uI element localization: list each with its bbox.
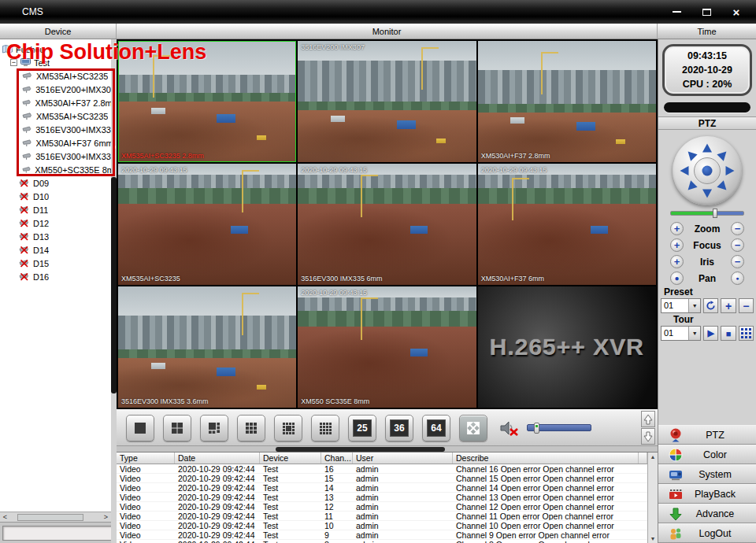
menu-logout-button[interactable]: LogOut [658, 523, 756, 543]
video-cell-8[interactable]: 2020-10-29 09:43:15 XM550 SC335E 8mm [298, 286, 476, 408]
log-row[interactable]: Video2020-10-29 09:42:44Test10adminChann… [117, 521, 647, 530]
dropdown-arrow-icon[interactable]: ▼ [688, 299, 700, 312]
layout-1-button[interactable] [126, 415, 154, 441]
dropdown-arrow-icon[interactable]: ▼ [688, 327, 700, 340]
col-header-user[interactable]: User [353, 452, 453, 464]
tour-select[interactable]: 01 ▼ [661, 326, 701, 341]
menu-playback-button[interactable]: PlayBack [658, 484, 756, 504]
log-row[interactable]: Video2020-10-29 09:42:44Test8adminChanne… [117, 540, 647, 543]
menu-system-button[interactable]: System [658, 464, 756, 484]
col-header-type[interactable]: Type [117, 452, 175, 464]
preset-select[interactable]: 01 ▼ [661, 298, 701, 313]
menu-color-button[interactable]: Color [658, 445, 756, 464]
pan-right-button[interactable]: ● [731, 272, 744, 285]
video-cell-5[interactable]: 2020-10-29 09:43:15 3516EV300 IMX335 6mm [298, 164, 476, 285]
col-header-device[interactable]: Device [260, 452, 321, 464]
menu-ptz-button[interactable]: PTZ [658, 425, 756, 445]
close-button[interactable]: × [728, 6, 745, 18]
ptz-up-left-icon[interactable] [684, 148, 697, 161]
layout-36-button[interactable]: 36 [385, 415, 413, 441]
zoom-minus-button[interactable]: − [731, 222, 744, 235]
volume-slider[interactable] [527, 424, 591, 431]
tour-play-button[interactable]: ▶ [703, 326, 718, 341]
layout-4-button[interactable] [163, 415, 191, 441]
log-row[interactable]: Video2020-10-29 09:42:44Test14adminChann… [117, 483, 647, 493]
scroll-right-icon[interactable]: > [101, 512, 111, 523]
device-tree-item[interactable]: XM530AI+F37 2.8mm [0, 96, 111, 109]
video-cell-9[interactable]: H.265++ XVR [478, 286, 656, 408]
device-tree-item-offline[interactable]: D11 [0, 203, 111, 216]
preset-add-button[interactable]: + [721, 298, 736, 313]
sidebar-horizontal-scrollbar[interactable]: < > [0, 512, 111, 522]
volume-slider-handle[interactable] [534, 423, 539, 434]
ptz-left-icon[interactable] [680, 166, 689, 175]
preset-goto-button[interactable] [703, 298, 718, 313]
tab-monitor[interactable]: Monitor [117, 24, 658, 39]
maximize-button[interactable] [698, 6, 715, 18]
scrollbar-thumb[interactable] [276, 447, 445, 452]
speaker-muted-icon[interactable] [499, 419, 520, 438]
device-tree-item[interactable]: XM550+SC335E 8mm [0, 163, 111, 176]
iris-minus-button[interactable]: − [731, 255, 744, 268]
device-tree-item-offline[interactable]: D12 [0, 216, 111, 230]
log-row[interactable]: Video2020-10-29 09:42:44Test11adminChann… [117, 512, 647, 521]
page-down-button[interactable] [641, 428, 655, 445]
scroll-left-icon[interactable]: < [0, 512, 10, 523]
ptz-center-button[interactable] [694, 157, 721, 184]
device-tree-item-offline[interactable]: D14 [0, 243, 111, 257]
layout-64-button[interactable]: 64 [422, 415, 450, 441]
col-header-date[interactable]: Date [175, 452, 260, 464]
ptz-down-left-icon[interactable] [684, 180, 697, 193]
tab-device[interactable]: Device [0, 24, 117, 39]
log-row[interactable]: Video2020-10-29 09:42:44Test15adminChann… [117, 474, 647, 483]
scrollbar-thumb[interactable] [17, 514, 83, 521]
log-vertical-scrollbar[interactable]: ▲ ▼ [647, 452, 658, 543]
device-tree-item[interactable]: XM535AI+SC3235 [0, 69, 111, 83]
layout-8-button[interactable] [200, 415, 228, 441]
ptz-up-right-icon[interactable] [717, 148, 729, 161]
focus-minus-button[interactable]: − [731, 238, 744, 252]
video-cell-6[interactable]: 2020-10-29 09:43:15 XM530AI+F37 6mm [478, 164, 656, 285]
scroll-up-icon[interactable]: ▲ [650, 454, 656, 460]
layout-13-button[interactable] [274, 415, 302, 441]
device-tree-item[interactable]: XM535AI+SC3235 [0, 109, 111, 123]
layout-25-button[interactable]: 25 [348, 415, 376, 441]
col-header-chan[interactable]: Chan... [321, 452, 353, 464]
log-horizontal-scrollbar[interactable] [117, 445, 658, 452]
device-tree-item[interactable]: 3516EV300+IMX335 [0, 123, 111, 136]
device-tree-item[interactable]: 3516EV300+IMX335 [0, 150, 111, 163]
tab-time[interactable]: Time [658, 24, 756, 39]
ptz-right-icon[interactable] [726, 166, 735, 175]
layout-9-button[interactable] [237, 415, 265, 441]
sidebar-collapse-handle[interactable] [111, 177, 117, 393]
tour-stop-button[interactable]: ■ [721, 326, 736, 341]
speed-slider-handle[interactable] [713, 209, 717, 218]
fullscreen-button[interactable] [459, 415, 487, 441]
device-tree-item-offline[interactable]: D13 [0, 230, 111, 243]
layout-16-button[interactable] [311, 415, 339, 441]
device-tree-item-offline[interactable]: D16 [0, 270, 111, 283]
pan-left-button[interactable]: ● [670, 272, 684, 285]
log-row[interactable]: Video2020-10-29 09:42:44Test12adminChann… [117, 502, 647, 512]
video-cell-4[interactable]: 2020-10-29 09:43:15 XM535AI+SC3235 [118, 164, 296, 285]
col-header-describe[interactable]: Describe [453, 452, 639, 464]
video-cell-3[interactable]: XM530AI+F37 2.8mm [478, 41, 656, 162]
device-tree-item[interactable]: XM530AI+F37 6mm [0, 136, 111, 150]
ptz-up-icon[interactable] [702, 144, 712, 153]
tour-grid-button[interactable] [739, 326, 754, 341]
device-tree-item-offline[interactable]: D10 [0, 190, 111, 203]
ptz-speed-slider[interactable] [670, 211, 744, 216]
device-tree-item-offline[interactable]: D15 [0, 257, 111, 270]
log-row[interactable]: Video2020-10-29 09:42:44Test13adminChann… [117, 493, 647, 502]
video-cell-7[interactable]: 3516EV300 IMX335 3.6mm [118, 286, 296, 408]
page-up-button[interactable] [641, 411, 655, 427]
menu-advance-button[interactable]: Advance [658, 504, 756, 523]
zoom-plus-button[interactable]: + [670, 222, 684, 235]
ptz-direction-pad[interactable] [673, 136, 742, 205]
scroll-down-icon[interactable]: ▼ [650, 536, 656, 541]
iris-plus-button[interactable]: + [670, 255, 684, 268]
ptz-down-icon[interactable] [702, 190, 712, 198]
video-cell-2[interactable]: 3516EV200 IMX307 [298, 41, 476, 162]
search-input[interactable] [2, 526, 111, 541]
log-row[interactable]: Video2020-10-29 09:42:44Test16adminChann… [117, 464, 647, 474]
